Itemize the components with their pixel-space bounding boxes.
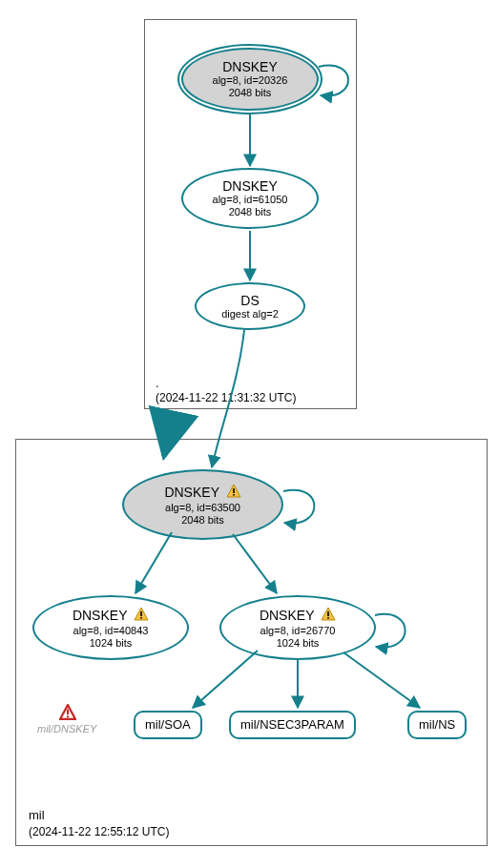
- node-mil-soa-label: mil/SOA: [145, 718, 191, 733]
- node-mil-zsk2-line3: 1024 bits: [277, 637, 320, 650]
- node-root-ds-title: DS: [240, 293, 259, 308]
- node-root-ds: DS digest alg=2: [195, 282, 305, 330]
- node-root-ksk: DNSKEY alg=8, id=20326 2048 bits: [181, 48, 319, 111]
- hidden-dnskey-label: mil/DNSKEY: [37, 723, 96, 734]
- warning-icon: [134, 607, 149, 625]
- svg-rect-2: [233, 494, 235, 496]
- node-mil-zsk2: DNSKEY alg=8, id=26770 1024 bits: [219, 595, 376, 660]
- node-mil-soa: mil/SOA: [134, 711, 202, 739]
- node-mil-nsec3param-label: mil/NSEC3PARAM: [240, 718, 344, 733]
- warning-icon: [226, 484, 241, 502]
- node-mil-zsk1-line3: 1024 bits: [90, 637, 133, 650]
- node-mil-ksk-title: DNSKEY: [164, 484, 240, 502]
- node-mil-ksk-title-text: DNSKEY: [164, 485, 218, 500]
- node-root-ksk-title: DNSKEY: [222, 59, 278, 74]
- zone-root-name: .: [156, 376, 159, 390]
- node-mil-ns-label: mil/NS: [419, 718, 455, 733]
- svg-rect-1: [233, 488, 235, 493]
- node-mil-zsk2-title: DNSKEY: [260, 607, 336, 625]
- node-mil-nsec3param: mil/NSEC3PARAM: [229, 711, 356, 739]
- svg-rect-8: [327, 617, 329, 619]
- node-root-zsk-title: DNSKEY: [222, 178, 278, 194]
- svg-rect-4: [140, 611, 142, 616]
- node-mil-zsk1-title-text: DNSKEY: [73, 608, 127, 623]
- node-mil-zsk1-title: DNSKEY: [73, 607, 149, 625]
- svg-rect-11: [67, 715, 69, 717]
- node-root-zsk-line3: 2048 bits: [229, 206, 272, 218]
- node-mil-zsk2-title-text: DNSKEY: [260, 608, 314, 623]
- node-mil-zsk1-line2: alg=8, id=40843: [73, 625, 149, 637]
- node-mil-zsk2-line2: alg=8, id=26770: [260, 625, 336, 637]
- node-mil-zsk1: DNSKEY alg=8, id=40843 1024 bits: [32, 595, 189, 660]
- svg-rect-10: [67, 710, 69, 715]
- node-mil-ksk-line3: 2048 bits: [181, 514, 224, 527]
- zone-root-timestamp: (2024-11-22 11:31:32 UTC): [156, 391, 296, 404]
- node-root-ksk-line3: 2048 bits: [229, 87, 272, 99]
- node-mil-ksk: DNSKEY alg=8, id=63500 2048 bits: [122, 469, 283, 540]
- node-root-zsk-line2: alg=8, id=61050: [213, 194, 288, 206]
- svg-rect-7: [327, 611, 329, 616]
- node-root-ds-line2: digest alg=2: [221, 308, 279, 320]
- node-root-zsk: DNSKEY alg=8, id=61050 2048 bits: [181, 168, 319, 229]
- node-root-ksk-line2: alg=8, id=20326: [213, 74, 288, 87]
- node-mil-ksk-line2: alg=8, id=63500: [165, 502, 240, 514]
- error-icon: [59, 704, 76, 724]
- node-mil-ns: mil/NS: [407, 711, 467, 739]
- svg-rect-5: [140, 617, 142, 619]
- zone-mil-name: mil: [29, 808, 45, 822]
- diagram-canvas: . (2024-11-22 11:31:32 UTC) mil (2024-11…: [0, 0, 499, 868]
- warning-icon: [321, 607, 336, 625]
- zone-mil-timestamp: (2024-11-22 12:55:12 UTC): [29, 825, 169, 838]
